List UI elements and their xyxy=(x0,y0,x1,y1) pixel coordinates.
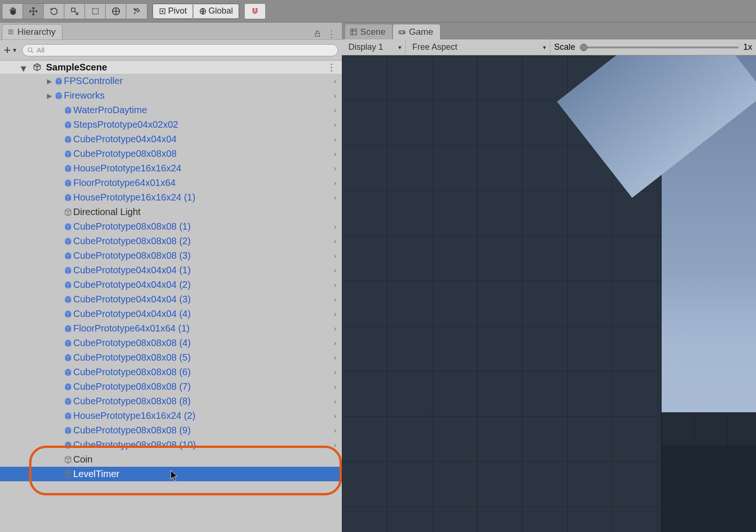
hierarchy-item[interactable]: CubePrototype08x08x08 (10)› xyxy=(0,438,342,452)
hierarchy-tab[interactable]: Hierarchy xyxy=(2,24,62,39)
hierarchy-item[interactable]: ▶FPSController› xyxy=(0,74,342,88)
scene-menu-icon[interactable]: ⋮ xyxy=(327,62,337,73)
chevron-right-icon[interactable]: › xyxy=(334,426,336,435)
hierarchy-item[interactable]: ▶Fireworks› xyxy=(0,88,342,103)
chevron-right-icon[interactable]: › xyxy=(334,106,336,115)
expand-icon[interactable]: ▶ xyxy=(45,77,54,85)
search-input[interactable]: All xyxy=(22,44,338,56)
hierarchy-item[interactable]: CubePrototype04x04x04 (3)› xyxy=(0,292,342,307)
scene-tab-label: Scene xyxy=(360,27,386,37)
gamepad-icon xyxy=(398,28,406,36)
chevron-right-icon[interactable]: › xyxy=(334,135,336,144)
hierarchy-item[interactable]: LevelTimer xyxy=(0,467,342,481)
global-button[interactable]: Global xyxy=(193,4,239,19)
chevron-right-icon[interactable]: › xyxy=(334,383,336,391)
gameobject-icon xyxy=(63,455,73,464)
chevron-right-icon[interactable]: › xyxy=(334,397,336,406)
hierarchy-item[interactable]: StepsPrototype04x02x02› xyxy=(0,117,342,132)
chevron-right-icon[interactable]: › xyxy=(334,324,336,333)
chevron-right-icon[interactable]: › xyxy=(334,150,336,158)
chevron-right-icon[interactable]: › xyxy=(334,266,336,275)
game-viewport xyxy=(342,55,756,532)
hierarchy-item[interactable]: CubePrototype08x08x08 (7)› xyxy=(0,379,342,394)
fold-icon[interactable]: ▼ xyxy=(19,63,28,74)
transform-tool-button[interactable] xyxy=(106,4,126,19)
hierarchy-item[interactable]: CubePrototype04x04x04 (2)› xyxy=(0,278,342,292)
move-tool-button[interactable] xyxy=(23,4,44,19)
game-tab[interactable]: Game xyxy=(393,24,440,39)
snap-button[interactable] xyxy=(245,4,265,19)
panel-menu-icon[interactable]: ⋮ xyxy=(327,28,336,39)
scale-label: Scale xyxy=(554,42,575,52)
hierarchy-item[interactable]: CubePrototype08x08x08 (3)› xyxy=(0,248,342,263)
chevron-right-icon[interactable]: › xyxy=(334,92,336,100)
hierarchy-item[interactable]: HousePrototype16x16x24 (2)› xyxy=(0,409,342,423)
gameobject-icon xyxy=(63,266,73,275)
chevron-right-icon[interactable]: › xyxy=(334,77,336,85)
chevron-right-icon[interactable]: › xyxy=(334,193,336,202)
chevron-right-icon[interactable]: › xyxy=(334,237,336,246)
hierarchy-item[interactable]: CubePrototype08x08x08 (8)› xyxy=(0,394,342,409)
item-label: LevelTimer xyxy=(73,469,336,479)
hierarchy-item[interactable]: HousePrototype16x16x24› xyxy=(0,161,342,176)
gameobject-icon xyxy=(63,150,73,158)
hierarchy-item[interactable]: CubePrototype08x08x08 (4)› xyxy=(0,336,342,350)
chevron-right-icon[interactable]: › xyxy=(334,339,336,347)
chevron-right-icon[interactable]: › xyxy=(334,368,336,377)
hand-tool-button[interactable] xyxy=(2,4,23,19)
create-button[interactable]: + ▼ xyxy=(4,43,17,57)
gameobject-icon xyxy=(63,368,73,377)
gameobject-icon xyxy=(63,412,73,420)
chevron-right-icon[interactable]: › xyxy=(334,252,336,260)
chevron-right-icon[interactable]: › xyxy=(334,164,336,173)
hierarchy-item[interactable]: CubePrototype04x04x04 (1)› xyxy=(0,263,342,278)
chevron-right-icon[interactable]: › xyxy=(334,281,336,289)
lock-icon[interactable] xyxy=(314,30,321,38)
chevron-right-icon[interactable]: › xyxy=(334,354,336,362)
svg-rect-0 xyxy=(71,8,75,12)
hierarchy-item[interactable]: CubePrototype04x04x04 (4)› xyxy=(0,307,342,321)
gameobject-icon xyxy=(63,281,73,289)
chevron-right-icon[interactable]: › xyxy=(334,179,336,187)
hierarchy-item[interactable]: CubePrototype04x04x04› xyxy=(0,132,342,146)
scene-row[interactable]: ▼ SampleScene ⋮ xyxy=(0,61,342,74)
hierarchy-tree[interactable]: ▼ SampleScene ⋮ ▶FPSController›▶Firework… xyxy=(0,61,342,532)
chevron-right-icon[interactable]: › xyxy=(334,223,336,231)
rect-tool-button[interactable] xyxy=(85,4,106,19)
chevron-right-icon[interactable]: › xyxy=(334,412,336,420)
list-icon xyxy=(7,28,15,36)
scale-tool-button[interactable] xyxy=(64,4,85,19)
expand-icon[interactable]: ▶ xyxy=(45,92,54,100)
chevron-right-icon[interactable]: › xyxy=(334,121,336,129)
scale-slider[interactable] xyxy=(580,46,739,48)
item-label: CubePrototype08x08x08 (4) xyxy=(73,338,334,348)
hierarchy-item[interactable]: WaterProDaytime› xyxy=(0,103,342,117)
hierarchy-item[interactable]: CubePrototype08x08x08 (6)› xyxy=(0,365,342,379)
hierarchy-item[interactable]: FloorPrototype64x01x64 (1)› xyxy=(0,321,342,336)
gameobject-icon xyxy=(63,208,73,216)
hierarchy-item[interactable]: FloorPrototype64x01x64› xyxy=(0,176,342,190)
pivot-button[interactable]: Pivot xyxy=(153,4,193,19)
hierarchy-item[interactable]: CubePrototype08x08x08 (5)› xyxy=(0,350,342,365)
hierarchy-item[interactable]: CubePrototype08x08x08 (2)› xyxy=(0,234,342,248)
ground-wall xyxy=(661,412,756,450)
globe-icon xyxy=(199,8,207,15)
chevron-right-icon[interactable]: › xyxy=(334,310,336,318)
hierarchy-item[interactable]: CubePrototype08x08x08› xyxy=(0,146,342,161)
hierarchy-item[interactable]: CubePrototype08x08x08 (9)› xyxy=(0,423,342,438)
aspect-dropdown[interactable]: Free Aspect ▼ xyxy=(409,39,550,55)
hierarchy-item[interactable]: HousePrototype16x16x24 (1)› xyxy=(0,190,342,205)
transform-tool-group xyxy=(2,3,147,19)
rotate-tool-button[interactable] xyxy=(44,4,64,19)
hierarchy-item[interactable]: Directional Light xyxy=(0,205,342,219)
chevron-right-icon[interactable]: › xyxy=(334,295,336,304)
scene-tab[interactable]: Scene xyxy=(345,24,393,39)
hierarchy-item[interactable]: CubePrototype08x08x08 (1)› xyxy=(0,219,342,234)
chevron-right-icon[interactable]: › xyxy=(334,441,336,449)
hierarchy-item[interactable]: Coin xyxy=(0,452,342,467)
custom-tool-button[interactable] xyxy=(126,4,147,19)
slider-thumb[interactable] xyxy=(580,44,587,51)
item-label: CubePrototype08x08x08 (7) xyxy=(73,381,334,392)
display-dropdown[interactable]: Display 1 ▼ xyxy=(346,39,406,55)
svg-rect-8 xyxy=(351,29,356,35)
